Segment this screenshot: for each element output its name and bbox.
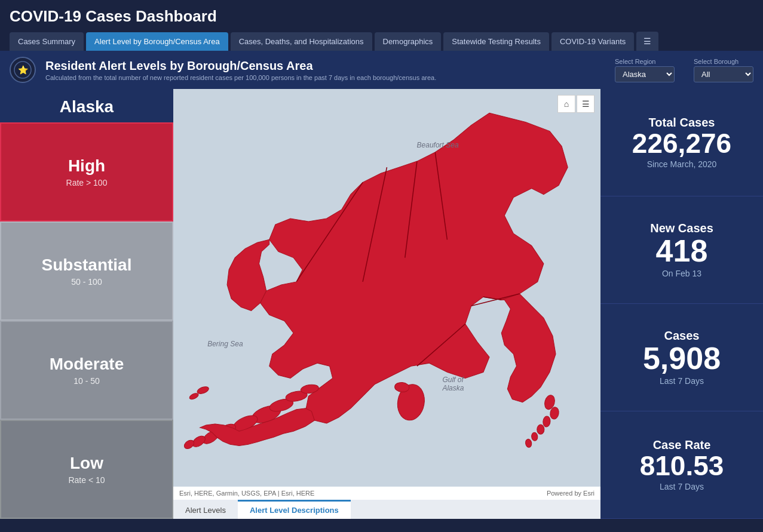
app-title: COVID-19 Cases Dashboard [10, 7, 753, 26]
map-container[interactable]: ⌂ ☰ Beaufort Sea Bering Sea Gulf ofAlask… [173, 89, 600, 487]
select-region-label: Select Region [615, 58, 675, 65]
map-controls: ⌂ ☰ [557, 95, 595, 113]
stat-cases-7days-value: 5,908 [643, 343, 721, 374]
alert-high-name: High [68, 156, 105, 176]
svg-point-19 [537, 425, 544, 434]
alert-low[interactable]: Low Rate < 10 [0, 420, 173, 519]
stat-new-cases-sublabel: On Feb 13 [662, 269, 701, 278]
map-area: ⌂ ☰ Beaufort Sea Bering Sea Gulf ofAlask… [173, 89, 600, 519]
map-attribution: Esri, HERE, Garmin, USGS, EPA | Esri, HE… [179, 490, 314, 497]
select-region-group: Select Region Alaska [615, 58, 675, 82]
map-tabs: Alert Levels Alert Level Descriptions [173, 500, 600, 519]
stat-total-cases-value: 226,276 [632, 130, 731, 157]
alert-substantial[interactable]: Substantial 50 - 100 [0, 222, 173, 321]
svg-text:⭐: ⭐ [18, 65, 29, 75]
map-tab-alert-levels[interactable]: Alert Levels [173, 500, 238, 519]
region-title: Alaska [0, 89, 173, 122]
alert-high[interactable]: High Rate > 100 [0, 122, 173, 222]
nav-menu-icon-button[interactable]: ☰ [636, 32, 658, 51]
alert-moderate-range: 10 - 50 [73, 376, 100, 386]
stat-new-cases-value: 418 [656, 235, 708, 266]
map-tab-alert-descriptions[interactable]: Alert Level Descriptions [238, 500, 351, 519]
sub-header-selects: Select Region Alaska Select Borough All [615, 58, 753, 82]
stat-total-cases: Total Cases 226,276 Since March, 2020 [600, 89, 763, 196]
alert-low-range: Rate < 10 [68, 475, 105, 485]
map-list-button[interactable]: ☰ [577, 95, 595, 113]
nav-tab-statewide-testing[interactable]: Statewide Testing Results [443, 32, 549, 51]
beaufort-sea-label: Beaufort Sea [417, 141, 459, 149]
stat-total-cases-sublabel: Since March, 2020 [647, 159, 717, 169]
nav-tabs: Cases SummaryAlert Level by Borough/Cens… [10, 32, 753, 51]
alert-substantial-name: Substantial [42, 256, 132, 275]
right-panel: Total Cases 226,276 Since March, 2020 Ne… [600, 89, 763, 519]
sub-header-title: Resident Alert Levels by Borough/Census … [45, 59, 605, 73]
sub-header-subtitle: Calculated from the total number of new … [45, 74, 605, 81]
alert-moderate-name: Moderate [50, 355, 124, 374]
stat-case-rate-sublabel: Last 7 Days [660, 482, 704, 491]
select-borough-label: Select Borough [694, 58, 753, 65]
nav-tab-alert-level[interactable]: Alert Level by Borough/Census Area [86, 32, 228, 51]
main-content: Alaska High Rate > 100 Substantial 50 - … [0, 89, 763, 519]
stat-cases-7days: Cases 5,908 Last 7 Days [600, 304, 763, 411]
gulf-of-alaska-label: Gulf ofAlaska [442, 376, 464, 392]
map-powered: Powered by Esri [547, 490, 595, 497]
alert-low-name: Low [70, 454, 103, 473]
alert-high-range: Rate > 100 [66, 178, 108, 187]
app-wrapper: COVID-19 Cases Dashboard Cases SummaryAl… [0, 0, 763, 519]
nav-tab-cases-deaths[interactable]: Cases, Deaths, and Hospitalizations [231, 32, 372, 51]
stat-cases-7days-sublabel: Last 7 Days [660, 376, 704, 386]
left-panel: Alaska High Rate > 100 Substantial 50 - … [0, 89, 173, 519]
sub-header-text: Resident Alert Levels by Borough/Census … [45, 59, 605, 81]
app-header: COVID-19 Cases Dashboard Cases SummaryAl… [0, 0, 763, 51]
nav-tab-demographics[interactable]: Demographics [375, 32, 442, 51]
alaska-logo: ⭐ [10, 57, 36, 83]
alert-substantial-range: 50 - 100 [71, 277, 102, 287]
nav-tab-covid-variants[interactable]: COVID-19 Variants [551, 32, 634, 51]
map-footer: Esri, HERE, Garmin, USGS, EPA | Esri, HE… [173, 487, 600, 500]
select-region-dropdown[interactable]: Alaska [615, 66, 675, 82]
bering-sea-label: Bering Sea [207, 340, 243, 348]
stat-case-rate: Case Rate 810.53 Last 7 Days [600, 411, 763, 519]
alaska-svg-map [173, 89, 600, 487]
stat-case-rate-value: 810.53 [640, 452, 724, 479]
sub-header: ⭐ Resident Alert Levels by Borough/Censu… [0, 51, 763, 89]
select-borough-group: Select Borough All [694, 58, 753, 82]
select-borough-dropdown[interactable]: All [694, 66, 753, 82]
map-home-button[interactable]: ⌂ [557, 95, 575, 113]
nav-tab-cases-summary[interactable]: Cases Summary [10, 32, 84, 51]
alert-moderate[interactable]: Moderate 10 - 50 [0, 321, 173, 420]
stat-new-cases: New Cases 418 On Feb 13 [600, 196, 763, 304]
